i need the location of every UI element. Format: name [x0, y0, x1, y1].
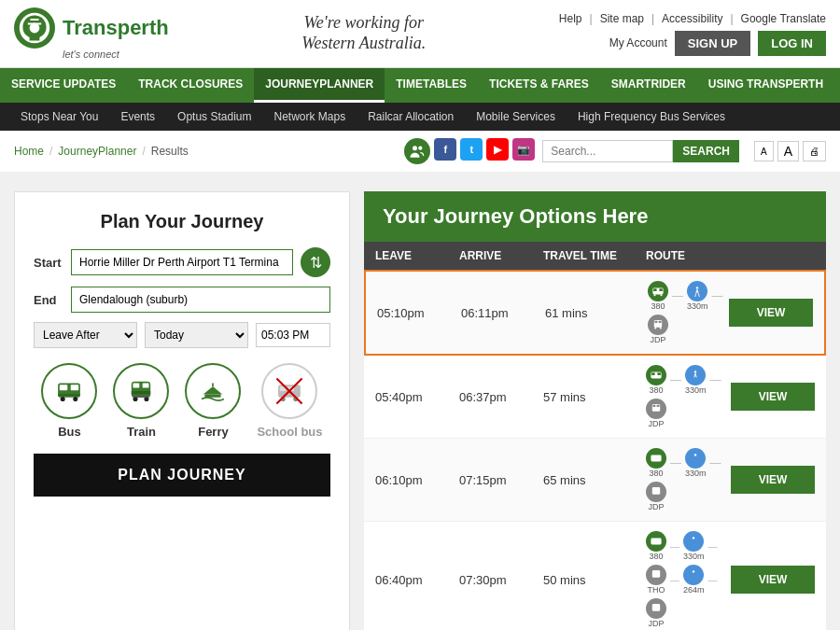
youtube-icon[interactable]: ▶ [486, 138, 509, 161]
svg-point-7 [61, 397, 65, 401]
breadcrumb: Home / JourneyPlanner / Results [14, 145, 189, 158]
header: Transperth let's connect We're working f… [0, 0, 840, 68]
subnav-stops-near-you[interactable]: Stops Near You [9, 103, 109, 131]
train-label: Train [127, 425, 156, 439]
login-button[interactable]: LOG IN [758, 31, 826, 56]
ferry-mode-icon[interactable] [185, 363, 241, 419]
nav-journeyplanner[interactable]: JOURNEYPLANNER [254, 68, 385, 103]
subnav-optus-stadium[interactable]: Optus Stadium [166, 103, 262, 131]
swap-button[interactable]: ⇅ [301, 247, 330, 277]
subnav-network-maps[interactable]: Network Maps [262, 103, 357, 131]
header-right: Help | Site map | Accessibility | Google… [559, 12, 826, 56]
social-icons: f t ▶ 📷 [404, 138, 535, 164]
accessibility-link[interactable]: Accessibility [662, 12, 722, 25]
text-larger-button[interactable]: A [777, 141, 799, 161]
search-button[interactable]: SEARCH [673, 140, 739, 162]
school-bus-mode: School bus [257, 363, 322, 439]
col-travel-time: TRAVEL TIME [543, 249, 646, 262]
view-button-2[interactable]: VIEW [731, 383, 815, 411]
plan-journey-button[interactable]: PLAN JOURNEY [34, 454, 330, 497]
signup-button[interactable]: SIGN UP [675, 31, 750, 56]
bus-mode-icon[interactable] [41, 363, 97, 419]
view-button-3[interactable]: VIEW [731, 466, 815, 494]
nav-smartrider[interactable]: SMARTRIDER [600, 68, 697, 103]
subnav-railcar-allocation[interactable]: Railcar Allocation [357, 103, 465, 131]
svg-point-2 [413, 146, 417, 150]
start-input[interactable] [71, 249, 293, 275]
breadcrumb-journeyplanner[interactable]: JourneyPlanner [58, 145, 136, 158]
svg-rect-46 [652, 487, 660, 495]
logo-icon [14, 7, 55, 49]
instagram-icon[interactable]: 📷 [512, 138, 535, 161]
end-input[interactable] [71, 287, 330, 313]
text-smaller-button[interactable]: A [754, 141, 774, 161]
train-mode: Train [113, 363, 169, 439]
day-select[interactable]: Today Tomorrow [145, 322, 248, 348]
subnav-mobile-services[interactable]: Mobile Services [465, 103, 567, 131]
result-row: 05:40pm 06:37pm 57 mins 380 — 330m [364, 356, 826, 439]
school-bus-mode-icon[interactable] [261, 363, 317, 419]
translate-link[interactable]: Google Translate [741, 12, 826, 25]
route-icons: 380 — 330m — JDP [646, 448, 731, 511]
result-row: 06:40pm 07:30pm 50 mins 380 — 330m [364, 522, 826, 630]
nav-service-updates[interactable]: SERVICE UPDATES [0, 68, 127, 103]
svg-rect-39 [657, 372, 661, 375]
svg-rect-44 [651, 455, 661, 462]
nav-timetables[interactable]: TIMETABLES [385, 68, 478, 103]
route-icons: 380 — 330m — THO — [646, 531, 731, 628]
sub-navigation: Stops Near You Events Optus Stadium Netw… [0, 103, 840, 131]
nav-using-transperth[interactable]: USING TRANSPERTH [697, 68, 834, 103]
view-button-4[interactable]: VIEW [731, 566, 815, 594]
route-icons: 380 — 330m — JDP [646, 365, 731, 428]
route-walk: 330m [687, 281, 708, 311]
svg-rect-38 [651, 372, 655, 375]
travel-time: 61 mins [545, 306, 648, 320]
view-button-1[interactable]: VIEW [729, 299, 813, 327]
search-box: SEARCH [542, 140, 739, 162]
nav-contact-us[interactable]: CONTACT US [834, 68, 840, 103]
people-icon[interactable] [404, 138, 430, 164]
route-icons: 380 — 330m — [648, 281, 729, 344]
svg-rect-33 [655, 321, 658, 323]
train-mode-icon[interactable] [113, 363, 169, 419]
nav-tickets-fares[interactable]: TICKETS & FARES [478, 68, 600, 103]
bus-label: Bus [58, 425, 81, 439]
results-title: Your Journey Options Here [383, 204, 807, 229]
school-bus-label: School bus [257, 425, 322, 439]
print-button[interactable]: 🖨 [803, 141, 826, 161]
result-row: 06:10pm 07:15pm 65 mins 380 — 330m [364, 439, 826, 522]
col-leave: LEAVE [375, 249, 459, 262]
sitemap-link[interactable]: Site map [600, 12, 644, 25]
help-link[interactable]: Help [559, 12, 582, 25]
results-header: Your Journey Options Here [364, 191, 826, 242]
results-table: LEAVE ARRIVE TRAVEL TIME ROUTE 05:10pm 0… [364, 242, 826, 630]
my-account-link[interactable]: My Account [609, 36, 667, 49]
svg-point-48 [693, 537, 694, 539]
svg-rect-34 [659, 321, 662, 323]
svg-rect-11 [133, 384, 140, 388]
time-type-select[interactable]: Leave After Leave Before Arrive By [34, 322, 137, 348]
search-input[interactable] [542, 140, 673, 162]
breadcrumb-home[interactable]: Home [14, 145, 44, 158]
svg-point-31 [696, 287, 698, 288]
svg-point-30 [660, 294, 662, 296]
social-search-area: f t ▶ 📷 SEARCH A A 🖨 [404, 138, 826, 164]
nav-track-closures[interactable]: TRACK CLOSURES [127, 68, 254, 103]
time-input[interactable] [256, 323, 330, 347]
subnav-events[interactable]: Events [109, 103, 166, 131]
result-row: 05:10pm 06:11pm 61 mins 380 — [364, 270, 826, 356]
twitter-icon[interactable]: t [460, 138, 483, 161]
plan-journey-panel: Plan Your Journey Start ⇅ End Leave Afte… [14, 191, 350, 630]
subnav-high-frequency[interactable]: High Frequency Bus Services [567, 103, 736, 131]
time-options-row: Leave After Leave Before Arrive By Today… [34, 322, 330, 348]
facebook-icon[interactable]: f [434, 138, 456, 161]
svg-rect-47 [651, 539, 661, 545]
header-center-text: We're working forWestern Australia. [301, 13, 426, 53]
svg-rect-27 [653, 288, 657, 291]
col-route: ROUTE [646, 249, 731, 262]
header-links: Help | Site map | Accessibility | Google… [559, 12, 826, 25]
transport-modes: Bus Train [34, 363, 330, 439]
svg-rect-42 [653, 405, 656, 407]
start-row: Start ⇅ [34, 247, 330, 277]
start-label: Start [34, 256, 71, 270]
